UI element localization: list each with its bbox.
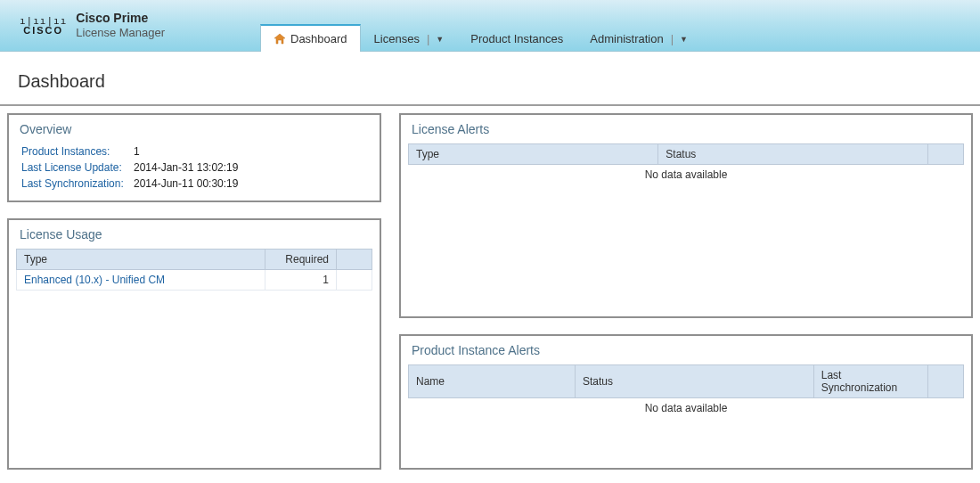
overview-last-license-update-label: Last License Update: (21, 160, 128, 176)
overview-product-instances-value: 1 (134, 143, 140, 160)
separator-icon: | (671, 32, 674, 45)
pi-alerts-col-stub (928, 365, 964, 398)
license-usage-title: License Usage (16, 225, 372, 249)
license-alerts-col-status[interactable]: Status (658, 144, 928, 165)
overview-title: Overview (16, 120, 372, 143)
cisco-bars-icon: ı|ıı|ıı (20, 16, 67, 26)
license-usage-table: Type Required Enhanced (10.x) - Unified … (16, 249, 372, 291)
overview-panel: Overview Product Instances: 1 Last Licen… (7, 113, 381, 202)
license-usage-panel: License Usage Type Required Enhanced (10… (7, 218, 381, 470)
pi-alerts-col-status[interactable]: Status (575, 365, 813, 398)
license-alerts-col-stub (928, 144, 964, 165)
page-title: Dashboard (0, 52, 980, 104)
product-instance-alerts-panel: Product Instance Alerts Name Status Last… (399, 334, 973, 470)
usage-row-required: 1 (265, 270, 337, 291)
overview-last-license-update-value: 2014-Jan-31 13:02:19 (134, 160, 238, 176)
license-alerts-col-type[interactable]: Type (409, 144, 658, 165)
overview-product-instances-label: Product Instances: (21, 143, 128, 160)
column-right: License Alerts Type Status No data avail… (399, 113, 973, 470)
chevron-down-icon: ▼ (680, 35, 688, 44)
column-left: Overview Product Instances: 1 Last Licen… (7, 113, 381, 470)
nav-administration[interactable]: Administration | ▼ (576, 25, 701, 52)
table-row[interactable]: Enhanced (10.x) - Unified CM 1 (17, 270, 372, 291)
usage-row-stub (337, 270, 372, 291)
overview-last-sync-value: 2014-Jun-11 00:30:19 (134, 176, 238, 192)
brand-sub: License Manager (76, 26, 165, 40)
nav-product-instances[interactable]: Product Instances (457, 25, 576, 52)
usage-col-stub (337, 250, 372, 270)
home-icon (274, 33, 286, 45)
pi-alerts-col-name[interactable]: Name (409, 365, 576, 398)
brand-text: Cisco Prime License Manager (76, 11, 165, 41)
main-nav: Dashboard Licenses | ▼ Product Instances… (260, 0, 701, 51)
pi-alerts-title: Product Instance Alerts (408, 341, 964, 364)
overview-row-last-license-update: Last License Update: 2014-Jan-31 13:02:1… (21, 160, 372, 176)
license-alerts-panel: License Alerts Type Status No data avail… (399, 113, 973, 318)
content: Overview Product Instances: 1 Last Licen… (0, 104, 980, 470)
usage-row-type[interactable]: Enhanced (10.x) - Unified CM (17, 270, 265, 291)
pi-alerts-col-last-sync[interactable]: Last Synchronization (813, 365, 927, 398)
nav-licenses-label: Licenses (374, 32, 420, 45)
logo-block: ı|ıı|ıı CISCO Cisco Prime License Manage… (20, 11, 260, 41)
brand-main: Cisco Prime (76, 11, 165, 27)
pi-alerts-table: Name Status Last Synchronization (408, 364, 964, 398)
overview-row-last-sync: Last Synchronization: 2014-Jun-11 00:30:… (21, 176, 372, 192)
usage-col-type[interactable]: Type (17, 250, 265, 270)
cisco-logo-text: CISCO (23, 26, 63, 36)
pi-alerts-nodata: No data available (408, 398, 964, 414)
overview-body: Product Instances: 1 Last License Update… (16, 143, 372, 192)
license-alerts-title: License Alerts (408, 120, 964, 143)
usage-col-required[interactable]: Required (265, 250, 337, 270)
chevron-down-icon: ▼ (436, 35, 444, 44)
nav-dashboard[interactable]: Dashboard (260, 24, 361, 52)
nav-product-instances-label: Product Instances (470, 32, 563, 45)
nav-administration-label: Administration (590, 32, 663, 45)
nav-dashboard-label: Dashboard (290, 32, 347, 45)
overview-last-sync-label: Last Synchronization: (21, 176, 128, 192)
license-alerts-table: Type Status (408, 143, 964, 165)
overview-row-product-instances: Product Instances: 1 (21, 143, 372, 160)
separator-icon: | (427, 32, 429, 45)
license-alerts-nodata: No data available (408, 165, 964, 181)
nav-licenses[interactable]: Licenses | ▼ (361, 25, 458, 52)
cisco-logo: ı|ıı|ıı CISCO (20, 16, 67, 36)
topbar: ı|ıı|ıı CISCO Cisco Prime License Manage… (0, 0, 980, 52)
